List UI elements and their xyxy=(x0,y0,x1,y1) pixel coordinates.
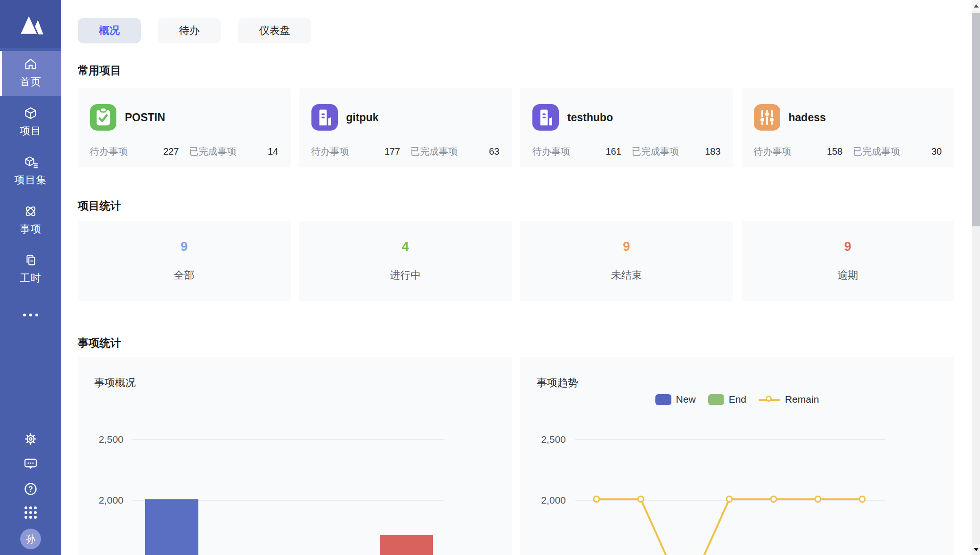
chart-title: 事项趋势 xyxy=(537,376,578,390)
project-name: POSTIN xyxy=(125,111,165,124)
app-logo[interactable] xyxy=(0,0,61,48)
tab-overview[interactable]: 概况 xyxy=(78,18,141,43)
mountain-logo-icon xyxy=(17,13,44,35)
todo-label: 待办事项 xyxy=(311,145,349,158)
todo-count: 158 xyxy=(827,146,842,157)
top-tabs: 概况 待办 仪表盘 xyxy=(78,18,954,43)
bar xyxy=(380,535,433,555)
tab-label: 待办 xyxy=(179,24,200,38)
stat-label: 未结束 xyxy=(611,268,642,282)
home-icon xyxy=(24,57,38,71)
scrollbar-thumb[interactable] xyxy=(972,13,980,226)
gear-icon[interactable] xyxy=(23,431,38,447)
done-label: 已完成事项 xyxy=(410,145,457,158)
line-marker xyxy=(859,496,865,502)
project-icon xyxy=(754,104,780,131)
svg-text:2,000: 2,000 xyxy=(98,495,123,505)
main-content: 概况 待办 仪表盘 常用项目 POSTIN 待办事项 227 xyxy=(61,0,972,555)
section-title-item-stats: 事项统计 xyxy=(78,336,954,350)
sidebar-more-button[interactable] xyxy=(0,309,61,321)
stat-value: 9 xyxy=(844,240,851,254)
line-marker xyxy=(727,496,732,502)
scroll-down-arrow[interactable] xyxy=(972,544,980,555)
sidebar-item-label: 工时 xyxy=(20,271,41,285)
project-card-testhubo[interactable]: testhubo 待办事项 161 已完成事项 183 xyxy=(520,88,733,167)
legend-swatch-new xyxy=(655,394,671,405)
sidebar-item-label: 项目集 xyxy=(15,173,47,187)
done-count: 183 xyxy=(705,146,720,157)
line-marker xyxy=(594,496,599,502)
item-overview-chart-card: 事项概况 2,5002,0001,500 xyxy=(78,357,512,555)
line-marker xyxy=(638,496,644,502)
stat-value: 4 xyxy=(402,240,409,254)
sidebar-item-home[interactable]: 首页 xyxy=(0,51,61,96)
stat-label: 全部 xyxy=(174,268,195,282)
done-label: 已完成事项 xyxy=(853,145,900,158)
sidebar-item-project-set[interactable]: 项目集 xyxy=(0,149,61,194)
project-stats-row: 9 全部 4 进行中 9 未结束 9 逾期 xyxy=(78,221,954,301)
section-title-frequent-projects: 常用项目 xyxy=(78,63,954,78)
legend-item-new[interactable]: New xyxy=(655,394,696,405)
project-card-postin[interactable]: POSTIN 待办事项 227 已完成事项 14 xyxy=(78,88,291,167)
svg-text:2,000: 2,000 xyxy=(541,495,566,505)
project-name: testhubo xyxy=(567,111,613,124)
project-card-hadess[interactable]: hadess 待办事项 158 已完成事项 30 xyxy=(742,88,955,167)
stat-card-in-progress[interactable]: 4 进行中 xyxy=(299,221,512,301)
tab-label: 仪表盘 xyxy=(259,24,290,38)
todo-count: 227 xyxy=(163,146,179,157)
legend-swatch-remain xyxy=(759,394,780,405)
building-icon xyxy=(311,104,338,131)
scroll-up-arrow[interactable] xyxy=(972,0,980,11)
project-icon xyxy=(532,104,559,131)
section-title-project-stats: 项目统计 xyxy=(78,199,954,213)
user-avatar[interactable]: 孙 xyxy=(20,529,41,549)
sliders-icon xyxy=(754,104,780,131)
todo-label: 待办事项 xyxy=(754,145,792,158)
apps-grid-icon[interactable] xyxy=(24,506,37,519)
building-icon xyxy=(532,104,559,131)
chart-legend: New End Remain xyxy=(520,394,954,405)
cube-list-icon xyxy=(24,155,38,169)
vertical-scrollbar xyxy=(972,0,980,555)
sidebar-item-issues[interactable]: 事项 xyxy=(0,198,61,243)
svg-text:2,500: 2,500 xyxy=(541,434,566,445)
stat-value: 9 xyxy=(180,240,188,254)
line-marker xyxy=(771,496,776,502)
bar-chart[interactable]: 2,5002,0001,500 xyxy=(78,357,512,555)
project-name: gitpuk xyxy=(346,111,379,124)
line-chart[interactable]: 2,5002,0001,500 xyxy=(520,357,953,555)
sidebar-item-label: 项目 xyxy=(20,124,41,138)
tab-dashboard[interactable]: 仪表盘 xyxy=(238,18,311,43)
legend-item-remain[interactable]: Remain xyxy=(759,394,819,405)
atom-loops-icon xyxy=(24,204,38,218)
stat-label: 进行中 xyxy=(390,268,421,282)
done-label: 已完成事项 xyxy=(189,145,237,158)
todo-label: 待办事项 xyxy=(532,145,570,158)
legend-item-end[interactable]: End xyxy=(708,394,746,405)
help-glyph: ? xyxy=(28,485,33,493)
todo-count: 177 xyxy=(384,146,400,157)
documents-icon xyxy=(24,253,38,267)
sidebar-item-worktime[interactable]: 工时 xyxy=(0,247,61,292)
stat-card-all[interactable]: 9 全部 xyxy=(78,221,291,301)
stat-value: 9 xyxy=(623,240,630,254)
stat-card-overdue[interactable]: 9 逾期 xyxy=(742,221,955,301)
sidebar-item-label: 事项 xyxy=(20,222,41,236)
project-card-gitpuk[interactable]: gitpuk 待办事项 177 已完成事项 63 xyxy=(299,88,512,167)
legend-label: Remain xyxy=(785,394,819,405)
feedback-chat-icon[interactable] xyxy=(23,456,38,472)
tab-label: 概况 xyxy=(99,24,120,38)
project-icon xyxy=(311,104,338,131)
stat-card-unfinished[interactable]: 9 未结束 xyxy=(520,221,733,301)
legend-label: End xyxy=(729,394,746,405)
todo-label: 待办事项 xyxy=(90,145,128,158)
avatar-initial: 孙 xyxy=(26,533,35,546)
legend-label: New xyxy=(676,394,696,405)
done-count: 30 xyxy=(931,146,942,157)
tab-todo[interactable]: 待办 xyxy=(158,18,221,43)
help-icon[interactable]: ? xyxy=(23,481,38,497)
bar xyxy=(145,499,198,555)
sidebar-item-projects[interactable]: 项目 xyxy=(0,100,61,145)
legend-swatch-end xyxy=(708,394,724,405)
frequent-projects-row: POSTIN 待办事项 227 已完成事项 14 xyxy=(78,88,954,167)
